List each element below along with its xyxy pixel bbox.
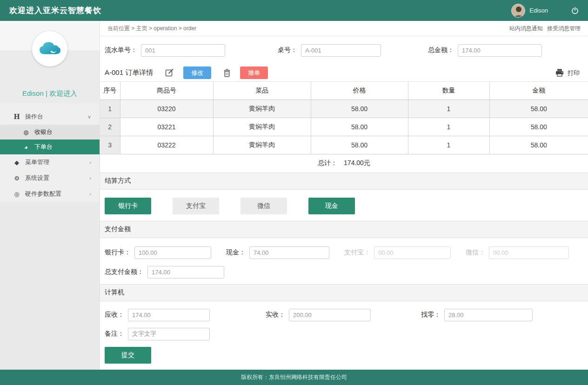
- order-total-value: 174.00元: [344, 159, 370, 167]
- page-footer: 版权所有：东良恒州网络科技有限责任公司: [0, 370, 588, 385]
- cloud-logo: [32, 31, 67, 66]
- col-amount: 金额: [489, 82, 588, 100]
- table-row[interactable]: 2 03221 黄焖羊肉 58.00 1 58.00: [100, 118, 588, 136]
- chevron-right-icon: ›: [89, 175, 91, 181]
- remark-row: 备注：: [100, 321, 588, 340]
- cash-amount-label: 现金：: [226, 248, 246, 257]
- col-price: 价格: [311, 82, 408, 100]
- calculator-row: 应收： 实收： 找零：: [100, 301, 588, 321]
- cash-amount-input[interactable]: [249, 246, 329, 259]
- wechat-amount-label: 微信：: [466, 248, 485, 257]
- settlement-buttons: 银行卡 支付宝 微信 现金: [100, 190, 588, 221]
- order-detail-title: A-001 订单详情: [105, 68, 153, 77]
- sidebar-item-label: 硬件参数配置: [25, 190, 61, 198]
- trash-icon[interactable]: [223, 69, 231, 77]
- sidebar-item-label: 操作台: [25, 113, 43, 121]
- logo-block: [0, 21, 100, 84]
- order-icon: ◕: [22, 144, 30, 151]
- received-input[interactable]: [289, 309, 371, 321]
- payment-total-row: 总支付金额：: [100, 259, 588, 284]
- bankcard-amount-label: 银行卡：: [105, 248, 131, 257]
- top-header: 欢迎进入亚米云智慧餐饮 Edison: [0, 0, 588, 21]
- sidebar-item-label: 系统设置: [25, 174, 49, 182]
- table-no-input[interactable]: [301, 44, 381, 57]
- pay-method-alipay[interactable]: 支付宝: [173, 198, 219, 214]
- cancel-order-button[interactable]: 撤单: [240, 66, 268, 79]
- printer-icon: [555, 69, 564, 77]
- console-icon: H: [13, 113, 20, 120]
- chevron-down-icon: ∨: [87, 114, 91, 120]
- print-label: 打印: [568, 69, 580, 77]
- edit-icon[interactable]: [165, 68, 174, 77]
- avatar[interactable]: [511, 4, 525, 18]
- total-amount-label: 总金额：: [428, 46, 454, 54]
- sidebar-item-label: 收银台: [34, 128, 53, 136]
- site-message-link[interactable]: 站内消息通知: [509, 25, 543, 32]
- alipay-amount-input: [374, 246, 451, 259]
- sidebar-item-order[interactable]: ◕ 下单台: [0, 139, 100, 154]
- menu-mgmt-icon: ◆: [13, 159, 20, 166]
- table-no-label: 桌号：: [278, 46, 297, 54]
- submit-button[interactable]: 提交: [105, 347, 151, 364]
- sidebar-item-settings[interactable]: ⚙ 系统设置 ›: [0, 170, 100, 186]
- wechat-amount-input: [489, 246, 569, 259]
- pay-method-wechat[interactable]: 微信: [241, 198, 287, 214]
- sidebar-welcome: Edison | 欢迎进入: [0, 84, 100, 103]
- table-row[interactable]: 1 03220 黄焖羊肉 58.00 1 58.00: [100, 100, 588, 118]
- gear-icon: ⚙: [13, 175, 20, 182]
- serial-label: 流水单号：: [105, 46, 137, 54]
- payment-fields-row: 银行卡： 现金： 支付宝： 微信：: [100, 238, 588, 259]
- order-detail-bar: A-001 订单详情 修改 撤单: [100, 64, 588, 82]
- pay-method-cash[interactable]: 现金: [308, 198, 355, 214]
- cashier-icon: ◍: [22, 129, 30, 136]
- receivable-input[interactable]: [128, 309, 210, 321]
- header-user-area: Edison: [511, 4, 579, 18]
- sidebar-item-label: 下单台: [34, 143, 53, 151]
- settlement-section-header: 结算方式: [100, 173, 588, 190]
- order-total-label: 总计：: [318, 159, 337, 167]
- sidebar-item-console[interactable]: H 操作台 ∨: [0, 109, 100, 125]
- sidebar-item-label: 菜单管理: [25, 158, 49, 166]
- app-window: 欢迎进入亚米云智慧餐饮 Edison: [0, 0, 588, 385]
- table-row[interactable]: 3 03222 黄焖羊肉 58.00 1 58.00: [100, 136, 588, 154]
- order-summary-row: 流水单号： 桌号： 总金额：: [100, 36, 588, 64]
- change-label: 找零：: [421, 311, 441, 319]
- alipay-amount-label: 支付宝：: [344, 248, 370, 257]
- power-icon[interactable]: [571, 7, 579, 14]
- calculator-section-header: 计算机: [100, 284, 588, 301]
- app-title: 欢迎进入亚米云智慧餐饮: [9, 5, 101, 16]
- sidebar: Edison | 欢迎进入 H 操作台 ∨ ◍ 收银台 ◕ 下单台 ◆ 菜单管理…: [0, 21, 100, 370]
- col-product-no: 商品号: [120, 82, 213, 100]
- sidebar-item-menu-mgmt[interactable]: ◆ 菜单管理 ›: [0, 154, 100, 170]
- receivable-label: 应收：: [105, 311, 124, 319]
- pay-method-bankcard[interactable]: 银行卡: [105, 198, 151, 214]
- payment-total-input[interactable]: [147, 266, 224, 279]
- receive-message-link[interactable]: 接受消息管理: [547, 25, 581, 32]
- col-dish: 菜品: [213, 82, 311, 100]
- remark-input[interactable]: [128, 328, 210, 340]
- col-qty: 数量: [408, 82, 489, 100]
- hardware-icon: ◎: [13, 191, 20, 198]
- bankcard-amount-input[interactable]: [134, 246, 211, 259]
- copyright-text: 版权所有：东良恒州网络科技有限责任公司: [241, 373, 347, 381]
- sidebar-item-cashier[interactable]: ◍ 收银台: [0, 125, 100, 139]
- payment-total-label: 总支付金额：: [105, 268, 144, 276]
- col-seq: 序号: [100, 82, 120, 100]
- sidebar-item-hardware[interactable]: ◎ 硬件参数配置 ›: [0, 186, 100, 202]
- breadcrumb-bar: 当前位置 > 主页 > operation > order 站内消息通知 接受消…: [100, 21, 588, 36]
- order-total-row: 总计： 174.00元: [100, 154, 588, 173]
- table-header-row: 序号 商品号 菜品 价格 数量 金额: [100, 82, 588, 100]
- modify-button[interactable]: 修改: [183, 66, 211, 79]
- chevron-right-icon: ›: [89, 159, 91, 165]
- sidebar-nav: H 操作台 ∨ ◍ 收银台 ◕ 下单台 ◆ 菜单管理 › ⚙ 系统设置 ›: [0, 103, 100, 202]
- change-input[interactable]: [444, 309, 533, 321]
- total-amount-input[interactable]: [458, 44, 542, 57]
- user-name[interactable]: Edison: [529, 7, 548, 14]
- main-content: 当前位置 > 主页 > operation > order 站内消息通知 接受消…: [100, 21, 588, 370]
- serial-input[interactable]: [141, 44, 225, 57]
- breadcrumb: 当前位置 > 主页 > operation > order: [107, 25, 196, 33]
- order-items-table: 序号 商品号 菜品 价格 数量 金额 1 03220 黄焖羊肉 58.00 1 …: [100, 82, 588, 154]
- payment-section-header: 支付金额: [100, 221, 588, 238]
- chevron-right-icon: ›: [89, 191, 91, 197]
- print-button[interactable]: 打印: [555, 69, 580, 77]
